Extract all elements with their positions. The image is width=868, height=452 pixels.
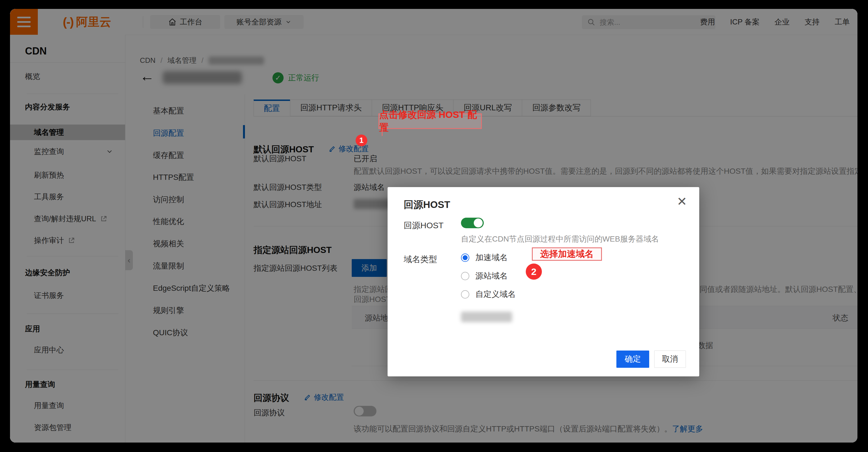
radio-selected-icon <box>461 254 469 262</box>
cancel-button[interactable]: 取消 <box>654 351 686 368</box>
origin-host-toggle[interactable] <box>461 218 484 228</box>
radio-option-custom-domain[interactable]: 自定义域名 <box>461 289 516 300</box>
modal-toggle-label: 回源HOST <box>404 220 443 231</box>
modal-domain-type-label: 域名类型 <box>404 254 437 265</box>
close-icon[interactable]: ✕ <box>677 195 687 208</box>
radio-icon <box>461 290 469 298</box>
ok-button[interactable]: 确定 <box>616 351 649 368</box>
annotation-step1-note: 点击修改回源 HOST 配置 <box>378 114 482 129</box>
annotation-step1-badge: 1 <box>355 134 367 146</box>
screenshot-stage: (-) 阿里云 工作台 账号全部资源 <box>0 0 868 452</box>
console-window: (-) 阿里云 工作台 账号全部资源 <box>10 9 858 443</box>
radio-option-origin-domain[interactable]: 源站域名 <box>461 270 508 282</box>
modal-helper-text: 自定义在CDN节点回源过程中所需访问的WEB服务器域名 <box>461 234 659 244</box>
radio-icon <box>461 272 469 280</box>
annotation-step2-note: 选择加速域名 <box>532 248 602 261</box>
radio-option-accelerated-domain[interactable]: 加速域名 <box>461 252 508 263</box>
modal-title: 回源HOST <box>404 198 450 211</box>
annotation-step2-badge: 2 <box>526 263 542 280</box>
annotation-step1-connector <box>382 128 382 136</box>
modal-domain-redacted <box>461 312 512 322</box>
origin-host-modal: 回源HOST ✕ 回源HOST 自定义在CDN节点回源过程中所需访问的WEB服务… <box>388 187 699 377</box>
